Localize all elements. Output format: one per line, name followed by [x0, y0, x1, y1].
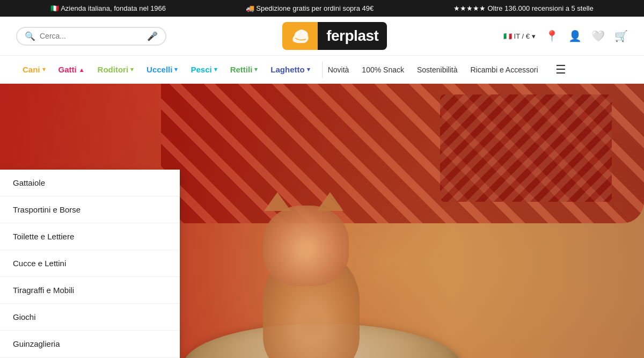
dropdown-item-gattaiole[interactable]: Gattaiole — [0, 170, 180, 196]
nav-label-cani: Cani — [23, 65, 40, 74]
search-bar[interactable]: 🔍 🎤 — [16, 27, 166, 46]
nav-categories: Cani ▾ Gatti ▲ Roditori ▾ Uccelli ▾ Pesc… — [16, 57, 317, 82]
logo[interactable]: ferplast — [282, 22, 387, 50]
hamburger-icon[interactable]: ☰ — [555, 63, 566, 77]
flag-icon: 🇮🇹 — [503, 32, 512, 40]
kitten-ear-right — [317, 192, 343, 211]
nav-label-gatti: Gatti — [58, 65, 77, 74]
top-banner: 🇮🇹 Azienda italiana, fondata nel 1966 🚚 … — [0, 0, 644, 17]
nav-chevron-roditori: ▾ — [130, 66, 134, 73]
nav-sostenibilita[interactable]: Sostenibilità — [417, 65, 458, 74]
nav-item-uccelli[interactable]: Uccelli ▾ — [140, 57, 184, 82]
lang-text: IT / € — [514, 32, 530, 40]
banner-item-1: 🇮🇹 Azienda italiana, fondata nel 1966 — [50, 4, 166, 12]
nav-item-laghetto[interactable]: Laghetto ▾ — [264, 57, 316, 82]
search-input[interactable] — [40, 32, 143, 40]
nav-bar: Cani ▾ Gatti ▲ Roditori ▾ Uccelli ▾ Pesc… — [0, 56, 644, 84]
kitten-head — [263, 206, 349, 286]
dropdown-item-guinzaglieria[interactable]: Guinzaglieria — [0, 331, 180, 357]
nav-chevron-pesci: ▾ — [214, 66, 217, 73]
nav-snack[interactable]: 100% Snack — [362, 65, 404, 74]
pillow-2 — [440, 94, 612, 202]
dropdown-item-trasportini[interactable]: Trasportini e Borse — [0, 196, 180, 223]
location-icon[interactable]: 📍 — [545, 30, 559, 42]
wishlist-icon[interactable]: 🤍 — [591, 30, 605, 42]
nav-novita[interactable]: Novità — [328, 65, 349, 74]
mic-icon[interactable]: 🎤 — [147, 31, 158, 41]
lang-chevron: ▾ — [532, 32, 536, 40]
banner-text-3: ★★★★★ Oltre 136.000 recensioni a 5 stell… — [453, 4, 594, 12]
logo-icon — [282, 22, 318, 50]
banner-text-1: 🇮🇹 Azienda italiana, fondata nel 1966 — [50, 4, 166, 12]
svg-point-1 — [302, 32, 304, 34]
main-content: RE Morbi… oso sc… Gattaiole Trasportini … — [0, 84, 644, 358]
banner-item-3: ★★★★★ Oltre 136.000 recensioni a 5 stell… — [453, 4, 594, 12]
dropdown-item-toilette[interactable]: Toilette e Lettiere — [0, 223, 180, 250]
nav-ricambi[interactable]: Ricambi e Accessori — [470, 65, 538, 74]
nav-item-roditori[interactable]: Roditori ▾ — [91, 57, 141, 82]
nav-chevron-rettili: ▾ — [254, 66, 258, 73]
nav-label-rettili: Rettili — [230, 65, 253, 74]
nav-label-roditori: Roditori — [98, 65, 129, 74]
cart-icon[interactable]: 🛒 — [614, 30, 628, 42]
nav-chevron-gatti: ▲ — [79, 67, 85, 73]
nav-item-gatti[interactable]: Gatti ▲ — [52, 57, 91, 82]
nav-right: Novità 100% Snack Sostenibilità Ricambi … — [328, 63, 566, 77]
nav-divider — [322, 62, 323, 78]
nav-label-pesci: Pesci — [191, 65, 211, 74]
banner-text-2: 🚚 Spedizione gratis per ordini sopra 49€ — [246, 4, 374, 12]
logo-text: ferplast — [318, 22, 387, 50]
header: 🔍 🎤 ferplast 🇮🇹 IT / € ▾ 📍 👤 — [0, 17, 644, 56]
search-icon: 🔍 — [25, 31, 35, 41]
header-icons: 🇮🇹 IT / € ▾ 📍 👤 🤍 🛒 — [503, 30, 628, 42]
nav-chevron-cani: ▾ — [42, 66, 46, 73]
dropdown-item-cucce[interactable]: Cucce e Lettini — [0, 250, 180, 277]
svg-point-0 — [296, 33, 298, 35]
nav-chevron-laghetto: ▾ — [307, 66, 310, 73]
nav-item-rettili[interactable]: Rettili ▾ — [224, 57, 265, 82]
lang-selector[interactable]: 🇮🇹 IT / € ▾ — [503, 32, 536, 40]
nav-label-laghetto: Laghetto — [270, 65, 304, 74]
svg-point-2 — [305, 35, 307, 37]
banner-item-2: 🚚 Spedizione gratis per ordini sopra 49€ — [246, 4, 374, 12]
dropdown-item-giochi[interactable]: Giochi — [0, 304, 180, 331]
dropdown-item-tiragraffi[interactable]: Tiragraffi e Mobili — [0, 277, 180, 304]
nav-item-pesci[interactable]: Pesci ▾ — [184, 57, 223, 82]
nav-chevron-uccelli: ▾ — [174, 66, 178, 73]
nav-item-cani[interactable]: Cani ▾ — [16, 57, 52, 82]
kitten-ear-left — [264, 192, 291, 211]
gatti-dropdown: Gattaiole Trasportini e Borse Toilette e… — [0, 170, 180, 358]
nav-label-uccelli: Uccelli — [147, 65, 172, 74]
logo-wrapper: ferplast — [177, 22, 493, 50]
user-icon[interactable]: 👤 — [568, 30, 582, 42]
